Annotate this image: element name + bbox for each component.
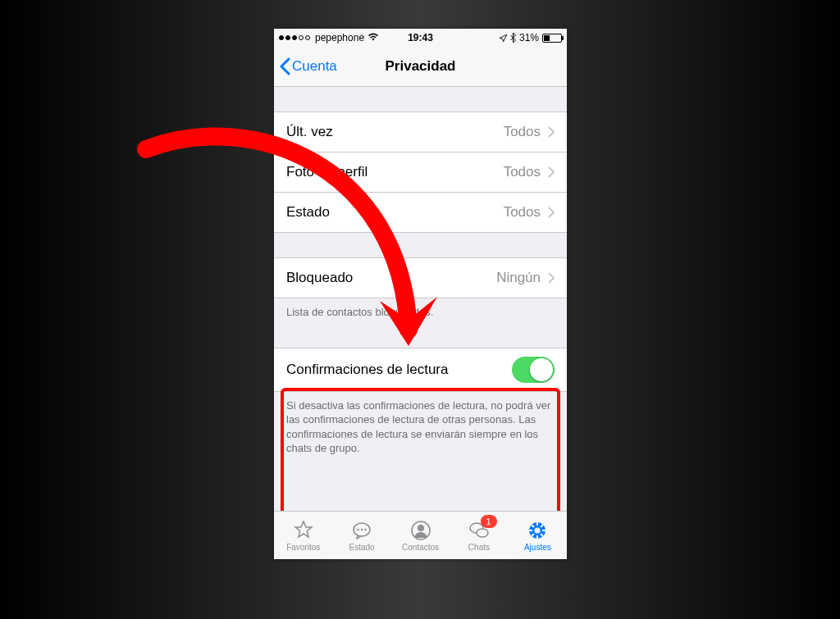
row-label: Confirmaciones de lectura (286, 362, 512, 378)
tab-label: Favoritos (286, 543, 320, 552)
tab-chats[interactable]: 1 Chats (450, 512, 508, 559)
clock: 19:43 (274, 32, 567, 43)
read-receipts-footer: Si desactiva las confirmaciones de lectu… (274, 392, 567, 456)
gear-icon (527, 520, 548, 541)
svg-point-1 (357, 528, 358, 530)
blocked-footer: Lista de contactos bloqueados. (274, 298, 567, 320)
tab-settings[interactable]: Ajustes (509, 512, 567, 559)
battery-icon (542, 34, 562, 43)
person-icon (410, 520, 431, 541)
row-label: Estado (286, 204, 504, 221)
svg-point-7 (477, 529, 488, 537)
tab-label: Ajustes (524, 543, 551, 552)
row-value: Ningún (496, 270, 541, 286)
speech-bubble-icon (351, 520, 372, 541)
chats-badge: 1 (481, 515, 497, 528)
row-status[interactable]: Estado Todos (274, 193, 567, 233)
row-value: Todos (504, 164, 541, 180)
chevron-right-icon (547, 126, 555, 138)
star-icon (293, 520, 314, 541)
tab-favorites[interactable]: Favoritos (274, 512, 332, 559)
row-value: Todos (504, 124, 541, 140)
status-bar: pepephone 19:43 31% (274, 29, 567, 47)
svg-point-3 (364, 528, 366, 530)
svg-point-5 (418, 525, 424, 531)
tab-label: Estado (349, 543, 375, 552)
chevron-right-icon (547, 166, 555, 178)
chevron-right-icon (547, 207, 555, 218)
nav-bar: Cuenta Privacidad (274, 47, 567, 87)
chevron-right-icon (547, 272, 555, 284)
row-label: Foto de perfil (286, 164, 504, 180)
row-label: Bloqueado (286, 270, 496, 286)
tab-bar: Favoritos Estado Contactos 1 Chats Ajust… (274, 511, 567, 559)
tab-label: Contactos (402, 543, 439, 552)
tab-label: Chats (468, 543, 490, 552)
row-read-receipts: Confirmaciones de lectura (274, 348, 567, 392)
svg-point-2 (361, 528, 363, 530)
row-last-seen[interactable]: Últ. vez Todos (274, 112, 567, 152)
row-blocked[interactable]: Bloqueado Ningún (274, 257, 567, 298)
svg-point-9 (535, 527, 541, 533)
tab-contacts[interactable]: Contactos (391, 512, 450, 559)
page-title: Privacidad (274, 58, 567, 75)
row-value: Todos (504, 204, 541, 221)
phone-frame: pepephone 19:43 31% Cuenta Privacidad Úl… (274, 29, 567, 559)
row-label: Últ. vez (286, 124, 504, 140)
tab-status[interactable]: Estado (332, 512, 390, 559)
row-profile-photo[interactable]: Foto de perfil Todos (274, 152, 567, 193)
read-receipts-toggle[interactable] (512, 357, 555, 383)
